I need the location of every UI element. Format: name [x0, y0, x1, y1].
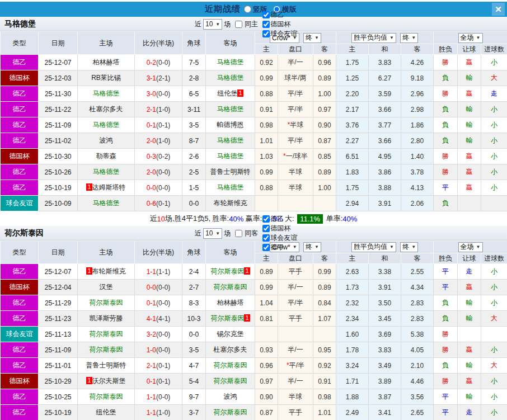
league-checkbox[interactable] — [262, 215, 270, 223]
halftime-score: (0-0) — [156, 90, 170, 98]
league-checkbox[interactable] — [262, 225, 270, 232]
team-name-text: RB莱比锡 — [91, 74, 121, 82]
league-checkbox[interactable] — [262, 11, 270, 18]
league-checkbox[interactable] — [262, 234, 270, 242]
home-team: 1沃尔夫斯堡 — [78, 374, 135, 389]
asterisk-mark: * — [287, 361, 289, 369]
chevron-down-icon: ▼ — [389, 244, 394, 249]
summary-segment: 单率: — [324, 214, 342, 224]
result-wdl: 負 — [434, 358, 458, 374]
results-table: 类型 日期 主场 比分(半场) 角球 客场 Crow*▼ 终▼ 胜平负均值▼ 终… — [0, 31, 507, 211]
col-avg-home: 主 — [336, 44, 369, 55]
match-score: 0-6(0-1) — [135, 196, 182, 211]
avg-time-select[interactable]: 终▼ — [400, 242, 418, 252]
avg-time-select[interactable]: 终▼ — [400, 33, 418, 43]
odds-handicap: 平/半 — [278, 133, 313, 149]
avg-draw: 3.49 — [369, 358, 401, 374]
league-checkbox[interactable] — [262, 244, 270, 251]
col-avg-away: 客 — [401, 44, 434, 55]
avg-draw: 3.91 — [369, 196, 401, 211]
match-score: 1-1(1-0) — [135, 405, 182, 420]
result-wdl: 勝 — [434, 86, 458, 102]
table-header: 类型 日期 主场 比分(半场) 角球 客场 Crow*▼ 终▼ 胜平负均值▼ 终… — [1, 241, 507, 264]
league-filter[interactable]: 球会友谊 — [260, 29, 297, 39]
avg-away: 2.65 — [401, 405, 434, 420]
league-filter[interactable]: 德乙 — [260, 214, 297, 224]
avg-type-select[interactable]: 胜平负均值▼ — [351, 33, 396, 43]
avg-draw: 3.45 — [369, 311, 401, 327]
avg-draw: 3.69 — [369, 327, 401, 342]
league-filter[interactable]: 德国杯 — [260, 224, 297, 233]
team-name-text: 荷尔斯泰因 — [210, 314, 244, 322]
league-type: 德乙 — [1, 264, 39, 280]
odds-handicap: 球半/两 — [278, 70, 313, 86]
same-venue-checkbox[interactable] — [235, 230, 242, 237]
team-section: 荷尔斯泰因 近 10 ▼ 场 同客 德乙德国杯球会友谊德甲 — [0, 226, 507, 420]
odds-away: 0.95 — [313, 342, 336, 358]
league-filter[interactable]: 德甲 — [260, 243, 297, 252]
vertical-radio[interactable] — [244, 6, 251, 13]
result-wdl: 負 — [434, 196, 458, 211]
league-checkbox[interactable] — [262, 21, 270, 28]
result-handicap: 輸 — [458, 389, 481, 405]
avg-type-select[interactable]: 胜平负均值▼ — [351, 242, 396, 252]
result-handicap: 贏 — [458, 342, 481, 358]
same-venue-filter[interactable]: 同主 — [232, 20, 260, 29]
match-row: 德国杯25-10-291沃尔夫斯堡0-1(0-1)5-4荷尔斯泰因0.97半/一… — [1, 374, 507, 389]
odds-handicap: 平手 — [278, 405, 313, 420]
match-date: 25-10-09 — [39, 196, 78, 211]
close-button[interactable]: ✕ — [492, 3, 505, 16]
summary-segment: 40% — [342, 215, 357, 223]
league-filter[interactable]: 德乙 — [260, 10, 297, 20]
chevron-down-icon: ▼ — [314, 35, 319, 40]
team-name-text: 柏林赫塔 — [93, 58, 120, 66]
fulltime-score: 1-1 — [147, 393, 156, 401]
avg-away: 4.26 — [401, 55, 434, 70]
fulltime-score: 0-1 — [147, 377, 156, 385]
period-select[interactable]: 全场▼ — [458, 33, 483, 43]
avg-draw: 3.50 — [369, 295, 401, 311]
league-type: 德国杯 — [1, 149, 39, 164]
match-score: 2-1(1-0) — [135, 102, 182, 117]
odds-handicap: 平/半 — [278, 86, 313, 102]
avg-home: 1.71 — [336, 374, 369, 389]
match-score: 2-0(0-0) — [135, 164, 182, 180]
fulltime-score: 1-1 — [147, 268, 156, 276]
league-type: 德乙 — [1, 86, 39, 102]
match-date: 25-10-26 — [39, 164, 78, 180]
fulltime-score: 2-1 — [147, 362, 156, 370]
team-name-text: 达姆斯塔特 — [92, 183, 126, 191]
odds-time-select[interactable]: 终▼ — [303, 242, 321, 252]
match-date: 25-11-02 — [39, 133, 78, 149]
team-name-text: 荷尔斯泰因 — [214, 408, 247, 416]
odds-away: 0.92 — [313, 358, 336, 374]
result-wdl: 勝 — [434, 149, 458, 164]
result-goals: 小 — [481, 180, 507, 196]
match-count-select[interactable]: 10 ▼ — [203, 228, 222, 239]
same-venue-checkbox[interactable] — [235, 21, 242, 28]
league-checkbox[interactable] — [262, 30, 270, 37]
corner-score: 7-5 — [182, 55, 206, 70]
league-filter[interactable]: 球会友谊 — [260, 233, 297, 243]
col-date: 日期 — [39, 32, 78, 55]
avg-home: 3.24 — [336, 358, 369, 374]
result-wdl: 負 — [434, 133, 458, 149]
home-team: 波鸿 — [78, 133, 135, 149]
odds-home: 0.89 — [255, 264, 278, 280]
match-row: 德国杯25-10-30勒蒂森0-3(0-2)2-6马格德堡1.03*一/球半0.… — [1, 149, 507, 164]
league-filter[interactable]: 德国杯 — [260, 20, 297, 29]
same-venue-filter[interactable]: 同客 — [232, 229, 260, 238]
halftime-score: (1-0) — [156, 409, 170, 417]
result-goals: 小 — [481, 102, 507, 117]
match-count-select[interactable]: 10 ▼ — [203, 19, 222, 30]
odds-time-select[interactable]: 终▼ — [303, 33, 321, 43]
result-handicap: 輸 — [458, 102, 481, 117]
match-date: 25-11-09 — [39, 117, 78, 133]
odds-away: 0.89 — [313, 70, 336, 86]
period-select[interactable]: 全场▼ — [458, 242, 483, 252]
league-type: 德乙 — [1, 389, 39, 405]
halftime-score: (4-1) — [156, 315, 170, 323]
team-name-text: 普鲁士明斯特 — [86, 361, 126, 369]
match-score: 2-1(0-1) — [135, 358, 182, 374]
team-name-text: 杜塞尔多夫 — [214, 346, 247, 353]
